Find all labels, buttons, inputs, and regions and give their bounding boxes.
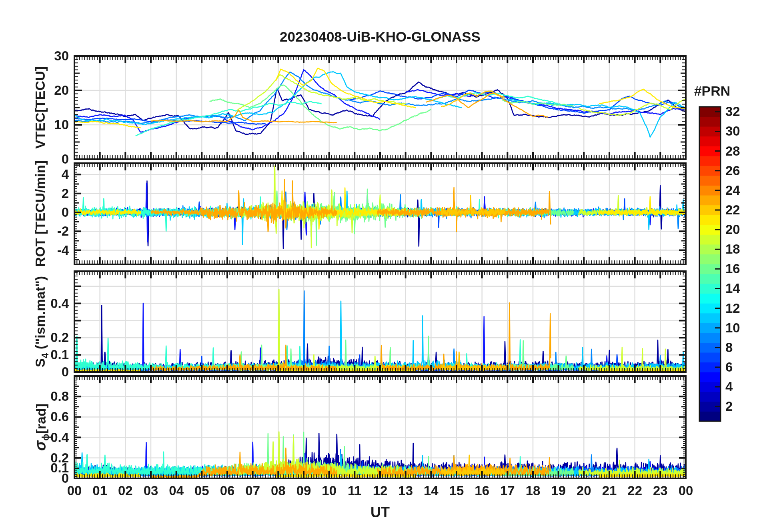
y-tick-label: 0.6	[21, 408, 69, 426]
y-tick-label: 0.8	[21, 388, 69, 405]
colorbar-tick-label: 26	[725, 162, 761, 180]
y-tick-label: 0.4	[21, 429, 69, 446]
y-tick-label: 0.2	[21, 449, 69, 467]
y-tick-label: 0	[21, 204, 69, 221]
colorbar-tick-label: 14	[725, 280, 761, 297]
y-tick-label: 0.4	[21, 295, 69, 312]
y-tick-label: -2	[21, 222, 69, 240]
chart-canvas	[0, 0, 761, 532]
y-tick-label: 0	[21, 363, 69, 381]
colorbar-tick-label: 24	[725, 182, 761, 199]
colorbar-tick-label: 22	[725, 201, 761, 219]
colorbar-tick-label: 20	[725, 221, 761, 238]
colorbar-tick-label: 16	[725, 260, 761, 278]
y-tick-label: 0.2	[21, 329, 69, 346]
colorbar-title: #PRN	[680, 83, 744, 99]
y-tick-label: 4	[21, 166, 69, 183]
colorbar-tick-label: 8	[725, 339, 761, 356]
colorbar-tick-label: 2	[725, 398, 761, 415]
y-tick-label: 30	[21, 47, 69, 65]
y-tick-label: -4	[21, 242, 69, 259]
colorbar-tick-label: 28	[725, 142, 761, 160]
colorbar-tick-label: 32	[725, 103, 761, 120]
figure-glonass-scintillation: 20230408-UiB-KHO-GLONASS VTEC[TECU] ROT …	[0, 0, 761, 532]
ylabel-vtec: VTEC[TECU]	[32, 66, 50, 149]
y-tick-label: 0.1	[21, 346, 69, 364]
chart-title: 20230408-UiB-KHO-GLONASS	[74, 29, 686, 45]
x-tick-label: 00	[668, 482, 704, 499]
xlabel-ut: UT	[74, 504, 686, 521]
colorbar-tick-label: 6	[725, 358, 761, 376]
colorbar-tick-label: 10	[725, 319, 761, 337]
ylabel-text: VTEC[TECU]	[32, 66, 48, 149]
colorbar-tick-label: 12	[725, 300, 761, 317]
colorbar-tick-label: 18	[725, 240, 761, 258]
colorbar-tick-label: 4	[725, 378, 761, 396]
y-tick-label: 20	[21, 82, 69, 99]
y-tick-label: 2	[21, 185, 69, 202]
colorbar-tick-label: 30	[725, 122, 761, 140]
y-tick-label: 10	[21, 116, 69, 134]
